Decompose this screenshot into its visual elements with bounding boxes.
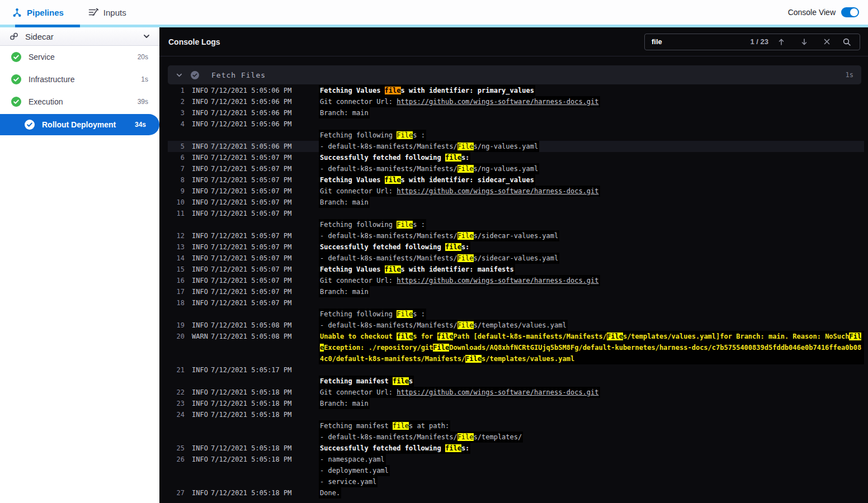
collapse-section-icon[interactable] [176,72,183,79]
section-success-icon [191,71,199,79]
log-row[interactable]: 8INFO7/12/2021 5:05:07 PMFetching Values… [168,174,864,186]
log-row[interactable]: 10INFO7/12/2021 5:05:07 PMBranch: main [168,197,864,208]
log-line-number: 6 [168,152,185,163]
log-row[interactable]: 17INFO7/12/2021 5:05:07 PMBranch: main [168,286,864,297]
log-timestamp: 7/12/2021 5:05:07 PM [211,253,319,264]
log-row[interactable]: 14INFO7/12/2021 5:05:07 PM- default-k8s-… [168,253,864,264]
log-message: - default-k8s-manifests/Manifests/Files/… [319,141,864,152]
log-row[interactable]: 3INFO7/12/2021 5:05:06 PMBranch: main [168,107,864,118]
log-level: INFO [185,85,211,96]
log-line-number: 4 [168,118,185,130]
log-level: WARN [185,331,211,342]
log-row[interactable]: 6INFO7/12/2021 5:05:07 PMSuccessfully fe… [168,152,864,163]
log-row[interactable]: 27INFO7/12/2021 5:05:18 PMDone. [168,487,864,499]
log-row[interactable]: 9INFO7/12/2021 5:05:07 PMGit connector U… [168,186,864,197]
log-timestamp: 7/12/2021 5:05:18 PM [211,409,319,420]
log-message: Fetching Values files with identifier: m… [319,264,864,275]
log-line-number: 18 [168,297,185,309]
log-area: 1INFO7/12/2021 5:05:06 PMFetching Values… [168,85,864,499]
log-level: INFO [185,398,211,409]
log-row[interactable]: 18INFO7/12/2021 5:05:07 PM Fetching foll… [168,297,864,320]
tab-inputs[interactable]: Inputs [76,0,139,25]
log-timestamp: 7/12/2021 5:05:06 PM [211,141,319,152]
log-level: INFO [185,454,211,465]
log-level: INFO [185,230,211,241]
log-level: INFO [185,241,211,253]
execution-sidebar: Sidecar Service 20s Infrastructure 1s Ex… [0,27,159,503]
log-row[interactable]: 11INFO7/12/2021 5:05:07 PM Fetching foll… [168,208,864,230]
log-message: Successfully fetched following files: [319,241,864,253]
log-link[interactable]: https://github.com/wings-software/harnes… [397,277,598,284]
tab-pipelines[interactable]: Pipelines [0,0,76,25]
log-message: Fetching following Files : [319,118,864,141]
log-line-number: 2 [168,96,185,107]
clear-search-button[interactable] [815,34,838,50]
success-check-icon [11,52,21,62]
console-view-toggle[interactable] [841,7,859,17]
log-row[interactable]: 24INFO7/12/2021 5:05:18 PM Fetching mani… [168,409,864,443]
log-row[interactable]: 13INFO7/12/2021 5:05:07 PMSuccessfully f… [168,241,864,253]
log-row[interactable]: 1INFO7/12/2021 5:05:06 PMFetching Values… [168,85,864,96]
log-link[interactable]: https://github.com/wings-software/harnes… [397,98,598,106]
sidebar-item-service[interactable]: Service 20s [0,46,159,68]
success-check-icon [25,120,35,130]
log-message: - default-k8s-manifests/Manifests/Files/… [319,320,864,331]
log-row[interactable]: 23INFO7/12/2021 5:05:18 PMBranch: main [168,398,864,409]
log-timestamp: 7/12/2021 5:05:06 PM [211,85,319,96]
log-row[interactable]: 2INFO7/12/2021 5:05:06 PMGit connector U… [168,96,864,107]
log-line-number: 23 [168,398,185,409]
log-row[interactable]: 25INFO7/12/2021 5:05:18 PMSuccessfully f… [168,443,864,454]
section-duration: 1s [846,71,853,79]
log-message: - default-k8s-manifests/Manifests/Files/… [319,253,864,264]
search-icon[interactable] [838,34,855,50]
log-row[interactable]: 19INFO7/12/2021 5:05:08 PM- default-k8s-… [168,320,864,331]
log-link[interactable]: https://github.com/wings-software/harnes… [397,187,598,195]
log-level: INFO [185,320,211,331]
log-row[interactable]: 15INFO7/12/2021 5:05:07 PMFetching Value… [168,264,864,275]
log-row[interactable]: 4INFO7/12/2021 5:05:06 PM Fetching follo… [168,118,864,141]
previous-match-button[interactable] [770,34,792,50]
log-timestamp: 7/12/2021 5:05:08 PM [211,320,319,331]
log-line-number: 16 [168,275,185,286]
log-timestamp: 7/12/2021 5:05:18 PM [211,387,319,398]
log-level: INFO [185,275,211,286]
search-input[interactable] [652,37,750,46]
log-timestamp: 7/12/2021 5:05:18 PM [211,487,319,499]
log-message: - default-k8s-manifests/Manifests/Files/… [319,163,864,174]
log-line-number: 9 [168,186,185,197]
step-duration: 34s [135,121,146,129]
log-row[interactable]: 22INFO7/12/2021 5:05:18 PMGit connector … [168,387,864,398]
stage-header-sidecar[interactable]: Sidecar [0,27,159,46]
step-duration: 1s [141,75,148,83]
step-duration: 39s [138,98,148,106]
log-timestamp: 7/12/2021 5:05:18 PM [211,398,319,409]
log-message: Fetching manifest files [319,364,864,387]
pipelines-icon [12,8,22,17]
log-row[interactable]: 12INFO7/12/2021 5:05:07 PM- default-k8s-… [168,230,864,241]
sidebar-item-execution[interactable]: Execution 39s [0,91,159,113]
log-message: - default-k8s-manifests/Manifests/Files/… [319,230,864,241]
log-message: Successfully fetched following files: [319,152,864,163]
sidebar-item-infrastructure[interactable]: Infrastructure 1s [0,68,159,91]
log-message: Fetching following Files : [319,208,864,230]
log-link[interactable]: https://github.com/wings-software/harnes… [397,388,598,396]
log-line-number: 11 [168,208,185,219]
log-timestamp: 7/12/2021 5:05:07 PM [211,241,319,253]
log-timestamp: 7/12/2021 5:05:07 PM [211,230,319,241]
console-logs-title: Console Logs [168,37,220,46]
sidebar-item-rollout-deployment[interactable]: Rollout Deployment 34s [0,114,159,135]
log-row[interactable]: 7INFO7/12/2021 5:05:07 PM- default-k8s-m… [168,163,864,174]
log-row[interactable]: 16INFO7/12/2021 5:05:07 PMGit connector … [168,275,864,286]
log-row[interactable]: 20WARN7/12/2021 5:05:08 PMUnable to chec… [168,331,864,364]
log-line-number: 12 [168,230,185,241]
chevron-down-icon[interactable] [143,32,150,40]
section-title: Fetch Files [211,71,266,79]
log-level: INFO [185,107,211,118]
log-row[interactable]: 26INFO7/12/2021 5:05:18 PM- namespace.ya… [168,454,864,487]
log-row[interactable]: 5INFO7/12/2021 5:05:06 PM- default-k8s-m… [168,141,864,152]
log-row[interactable]: 21INFO7/12/2021 5:05:17 PM Fetching mani… [168,364,864,387]
next-match-button[interactable] [792,34,815,50]
log-line-number: 20 [168,331,185,342]
log-section-fetch-files[interactable]: Fetch Files 1s [168,65,861,84]
log-timestamp: 7/12/2021 5:05:07 PM [211,152,319,163]
